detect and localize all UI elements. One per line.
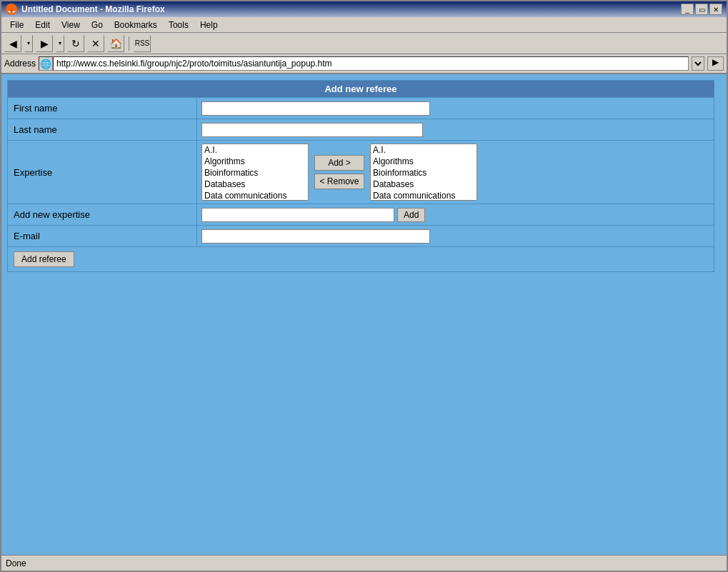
last-name-field bbox=[197, 120, 714, 140]
first-name-field bbox=[197, 99, 714, 119]
address-input[interactable] bbox=[53, 56, 689, 71]
add-expertise-controls: Add bbox=[201, 208, 425, 222]
list-item[interactable]: Algorithms bbox=[371, 156, 477, 167]
expertise-buttons: Add > < Remove bbox=[314, 155, 364, 189]
form-title: Add new referee bbox=[324, 84, 397, 94]
menu-tools[interactable]: Tools bbox=[163, 19, 194, 31]
list-item[interactable]: Bioinformatics bbox=[202, 167, 308, 179]
address-dropdown[interactable] bbox=[692, 56, 704, 71]
title-bar: 🦊 Untitled Document - Mozilla Firefox _ … bbox=[1, 1, 727, 17]
first-name-input[interactable] bbox=[201, 101, 430, 116]
list-item[interactable]: Bioinformatics bbox=[371, 167, 477, 179]
list-item[interactable]: Databases bbox=[202, 179, 308, 190]
menu-go[interactable]: Go bbox=[86, 19, 109, 31]
email-input[interactable] bbox=[201, 229, 430, 244]
status-text: Done bbox=[6, 558, 26, 568]
form-header: Add new referee bbox=[8, 81, 714, 98]
title-bar-left: 🦊 Untitled Document - Mozilla Firefox bbox=[6, 4, 165, 15]
add-expertise-label: Add new expertise bbox=[8, 204, 197, 225]
list-item[interactable]: Databases bbox=[371, 179, 477, 190]
menu-view[interactable]: View bbox=[56, 19, 86, 31]
first-name-row: First name bbox=[8, 98, 714, 119]
expertise-row: Expertise A.I. Algorithms Bioinformatics… bbox=[8, 141, 714, 204]
add-expertise-field-wrap: Add bbox=[197, 205, 714, 225]
add-referee-button[interactable]: Add referee bbox=[14, 251, 74, 267]
add-expertise-confirm-button[interactable]: Add bbox=[397, 208, 425, 222]
rss-button[interactable]: RSS bbox=[134, 35, 151, 52]
back-button[interactable]: ◀ bbox=[4, 35, 21, 52]
expertise-field: A.I. Algorithms Bioinformatics Databases… bbox=[197, 141, 714, 204]
last-name-label: Last name bbox=[8, 119, 197, 140]
expertise-label: Expertise bbox=[8, 141, 197, 204]
reload-button[interactable]: ↻ bbox=[67, 35, 84, 52]
email-field-wrap bbox=[197, 226, 714, 246]
minimize-button[interactable]: _ bbox=[681, 4, 694, 15]
selected-expertise-wrap: A.I. Algorithms Bioinformatics Databases… bbox=[370, 144, 477, 201]
forward-button[interactable]: ▶ bbox=[36, 35, 53, 52]
browser-icon: 🦊 bbox=[6, 4, 17, 15]
address-label: Address bbox=[4, 59, 36, 69]
add-expertise-input[interactable] bbox=[201, 208, 394, 222]
list-item[interactable]: Data communications bbox=[202, 190, 308, 201]
list-item[interactable]: A.I. bbox=[371, 144, 477, 156]
selected-expertise-list[interactable]: A.I. Algorithms Bioinformatics Databases… bbox=[370, 144, 477, 201]
remove-expertise-button[interactable]: < Remove bbox=[314, 174, 364, 189]
content-area: Add new referee First name Last name Exp… bbox=[1, 74, 727, 555]
add-expertise-row: Add new expertise Add bbox=[8, 204, 714, 226]
address-bar: Address 🌐 ▶ bbox=[1, 54, 727, 74]
menu-file[interactable]: File bbox=[4, 19, 29, 31]
menu-bookmarks[interactable]: Bookmarks bbox=[109, 19, 163, 31]
last-name-input[interactable] bbox=[201, 123, 423, 137]
menu-bar: File Edit View Go Bookmarks Tools Help bbox=[1, 17, 727, 33]
toolbar: ◀ ▾ ▶ ▾ ↻ ✕ 🏠 RSS bbox=[1, 33, 727, 54]
list-item[interactable]: Algorithms bbox=[202, 156, 308, 167]
restore-button[interactable]: ▭ bbox=[695, 4, 708, 15]
browser-title: Untitled Document - Mozilla Firefox bbox=[21, 4, 165, 14]
status-bar: Done bbox=[1, 555, 727, 571]
menu-edit[interactable]: Edit bbox=[29, 19, 56, 31]
close-button[interactable]: ✕ bbox=[709, 4, 722, 15]
email-row: E-mail bbox=[8, 226, 714, 247]
list-item[interactable]: A.I. bbox=[202, 144, 308, 156]
available-expertise-wrap: A.I. Algorithms Bioinformatics Databases… bbox=[201, 144, 309, 201]
list-item[interactable]: Data communications bbox=[371, 190, 477, 201]
go-button[interactable]: ▶ bbox=[707, 56, 724, 71]
lock-icon: 🌐 bbox=[39, 56, 53, 71]
add-expertise-button[interactable]: Add > bbox=[314, 155, 364, 171]
form-container: Add new referee First name Last name Exp… bbox=[7, 80, 714, 272]
forward-dropdown[interactable]: ▾ bbox=[56, 35, 64, 52]
submit-row: Add referee bbox=[8, 247, 714, 271]
available-expertise-list[interactable]: A.I. Algorithms Bioinformatics Databases… bbox=[201, 144, 309, 201]
first-name-label: First name bbox=[8, 98, 197, 119]
last-name-row: Last name bbox=[8, 119, 714, 141]
menu-help[interactable]: Help bbox=[194, 19, 224, 31]
toolbar-separator bbox=[129, 36, 129, 51]
back-dropdown[interactable]: ▾ bbox=[24, 35, 33, 52]
home-button[interactable]: 🏠 bbox=[107, 35, 124, 52]
browser-window: 🦊 Untitled Document - Mozilla Firefox _ … bbox=[0, 0, 728, 572]
email-label: E-mail bbox=[8, 226, 197, 246]
stop-button[interactable]: ✕ bbox=[87, 35, 104, 52]
title-bar-buttons: _ ▭ ✕ bbox=[681, 4, 722, 15]
